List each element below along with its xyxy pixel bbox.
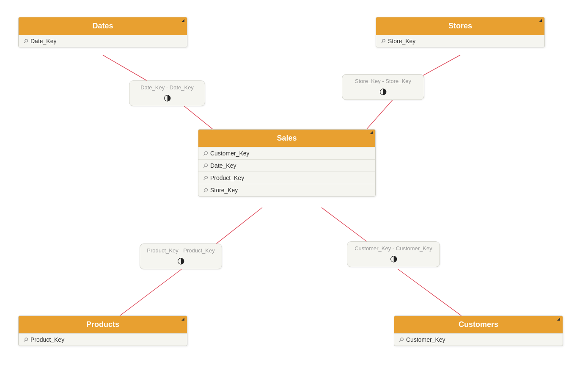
sales-field-customer-key: ⚲ Customer_Key <box>198 147 375 159</box>
products-title: Products <box>86 320 119 329</box>
key-icon-sales-4: ⚲ <box>202 186 209 194</box>
customer-relation-box: Customer_Key - Customer_Key ◑ <box>347 241 440 267</box>
stores-store-key-label: Store_Key <box>388 38 415 44</box>
resize-icon-products <box>181 318 184 321</box>
sales-field-date-key: ⚲ Date_Key <box>198 159 375 172</box>
date-relation-label: Date_Key - Date_Key <box>135 84 199 91</box>
dates-header: Dates <box>19 17 187 35</box>
customers-customer-key-label: Customer_Key <box>406 336 445 343</box>
key-icon: ⚲ <box>22 37 30 45</box>
products-header: Products <box>19 316 187 333</box>
product-relation-label: Product_Key - Product_Key <box>146 247 216 254</box>
sales-field-product-key: ⚲ Product_Key <box>198 172 375 184</box>
dates-date-key-label: Date_Key <box>30 38 56 44</box>
date-relation-symbol: ◑ <box>135 92 199 102</box>
stores-field-store-key: ⚲ Store_Key <box>376 35 544 47</box>
dates-table[interactable]: Dates ⚲ Date_Key <box>18 17 187 47</box>
products-field-product-key: ⚲ Product_Key <box>19 333 187 346</box>
key-icon-sales-2: ⚲ <box>202 162 209 169</box>
key-icon-sales-1: ⚲ <box>202 149 209 157</box>
stores-header: Stores <box>376 17 544 35</box>
store-relation-box: Store_Key - Store_Key ◑ <box>342 74 424 100</box>
dates-field-date-key: ⚲ Date_Key <box>19 35 187 47</box>
product-relation-box: Product_Key - Product_Key ◑ <box>140 244 222 269</box>
key-icon-products: ⚲ <box>22 336 30 343</box>
diagram-canvas: Dates ⚲ Date_Key Stores ⚲ Store_Key Sale… <box>0 0 588 382</box>
store-relation-label: Store_Key - Store_Key <box>348 78 418 84</box>
resize-icon-sales <box>370 131 373 134</box>
key-icon-stores: ⚲ <box>379 37 387 45</box>
stores-table[interactable]: Stores ⚲ Store_Key <box>376 17 545 47</box>
sales-field-store-key: ⚲ Store_Key <box>198 184 375 196</box>
customers-title: Customers <box>459 320 498 329</box>
sales-title: Sales <box>277 134 297 142</box>
sales-store-key-label: Store_Key <box>210 187 238 194</box>
customers-table[interactable]: Customers ⚲ Customer_Key <box>394 316 563 346</box>
customer-relation-label: Customer_Key - Customer_Key <box>353 245 434 252</box>
stores-title: Stores <box>448 22 472 30</box>
sales-product-key-label: Product_Key <box>210 174 244 181</box>
resize-icon-customers <box>557 318 560 321</box>
customer-relation-symbol: ◑ <box>353 253 434 263</box>
resize-icon <box>181 19 184 22</box>
key-icon-sales-3: ⚲ <box>202 174 209 182</box>
customers-field-customer-key: ⚲ Customer_Key <box>394 333 563 346</box>
sales-customer-key-label: Customer_Key <box>210 150 250 157</box>
product-relation-symbol: ◑ <box>146 255 216 266</box>
products-table[interactable]: Products ⚲ Product_Key <box>18 316 187 346</box>
sales-date-key-label: Date_Key <box>210 162 236 169</box>
customers-header: Customers <box>394 316 563 333</box>
dates-title: Dates <box>92 22 113 30</box>
store-relation-symbol: ◑ <box>348 86 418 96</box>
sales-header: Sales <box>198 130 375 147</box>
resize-icon-stores <box>539 19 542 22</box>
sales-table[interactable]: Sales ⚲ Customer_Key ⚲ Date_Key ⚲ Produc… <box>198 129 376 197</box>
date-relation-box: Date_Key - Date_Key ◑ <box>129 80 205 106</box>
key-icon-customers: ⚲ <box>398 336 405 343</box>
products-product-key-label: Product_Key <box>30 336 64 343</box>
